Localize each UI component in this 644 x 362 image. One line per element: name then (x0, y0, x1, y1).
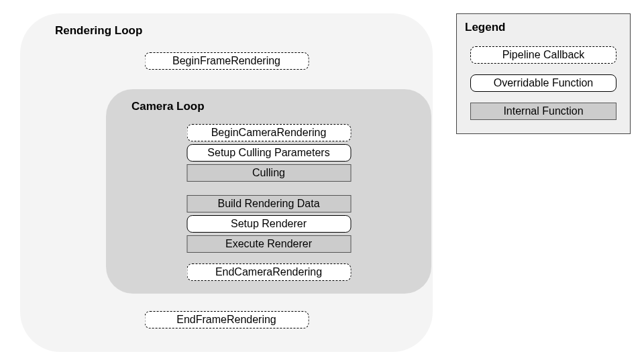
culling-step: Culling (186, 164, 351, 182)
camera-loop-container: Camera Loop BeginCameraRendering Setup C… (106, 89, 431, 294)
rendering-loop-title: Rendering Loop (55, 24, 142, 38)
legend-internal: Internal Function (470, 103, 616, 120)
legend-title: Legend (465, 21, 505, 34)
end-frame-step: EndFrameRendering (144, 311, 309, 328)
rendering-loop-container: Rendering Loop BeginFrameRendering Camer… (20, 13, 433, 352)
build-data-step: Build Rendering Data (186, 195, 351, 213)
setup-renderer-step: Setup Renderer (186, 215, 351, 233)
end-camera-step: EndCameraRendering (186, 263, 351, 281)
camera-loop-title: Camera Loop (131, 100, 205, 113)
legend-overridable: Overridable Function (470, 74, 616, 92)
legend-callback: Pipeline Callback (470, 46, 616, 64)
begin-camera-step: BeginCameraRendering (186, 124, 351, 141)
begin-frame-step: BeginFrameRendering (144, 52, 309, 70)
setup-culling-step: Setup Culling Parameters (186, 144, 351, 162)
legend-box: Legend Pipeline Callback Overridable Fun… (456, 13, 631, 134)
execute-renderer-step: Execute Renderer (186, 235, 351, 253)
